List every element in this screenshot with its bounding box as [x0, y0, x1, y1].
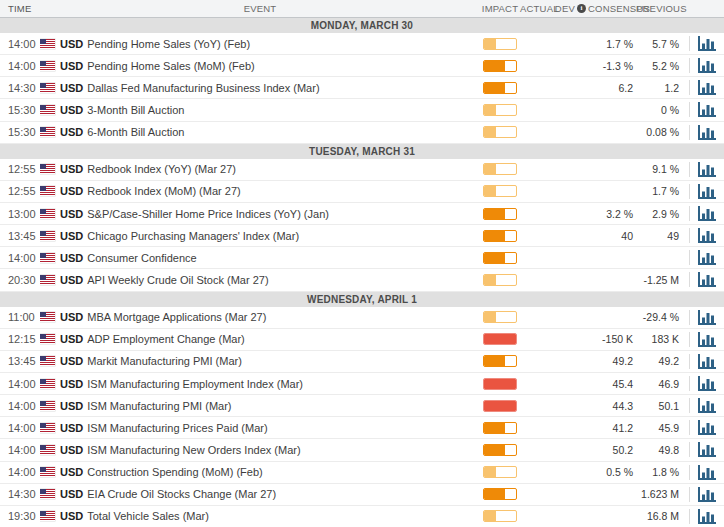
table-row[interactable]: 15:30 USD 3-Month Bill Auction 0 % [0, 99, 724, 121]
event-cell: USD Redbook Index (YoY) (Mar 27) [40, 163, 480, 175]
impact-fill [484, 423, 505, 433]
bar-chart-icon[interactable] [698, 310, 717, 325]
column-header-time: TIME [0, 3, 40, 14]
chart-cell[interactable] [689, 272, 724, 287]
impact-indicator [483, 311, 517, 323]
table-row[interactable]: 12:15 USD ADP Employment Change (Mar) -1… [0, 329, 724, 351]
bar-chart-icon[interactable] [698, 354, 717, 369]
table-row[interactable]: 19:30 USD Total Vehicle Sales (Mar) 16.8… [0, 506, 724, 527]
impact-fill [484, 209, 505, 219]
info-icon[interactable]: i [577, 4, 586, 13]
chart-cell[interactable] [689, 442, 724, 457]
impact-fill [484, 334, 516, 344]
table-row[interactable]: 14:00 USD Pending Home Sales (YoY) (Feb)… [0, 33, 724, 55]
chart-cell[interactable] [689, 250, 724, 265]
chart-cell[interactable] [689, 398, 724, 413]
event-time: 14:00 [0, 60, 40, 72]
bar-chart-icon[interactable] [698, 465, 717, 480]
chart-cell[interactable] [689, 465, 724, 480]
bar-chart-icon[interactable] [698, 58, 717, 73]
bar-chart-icon[interactable] [698, 102, 717, 117]
bar-chart-icon[interactable] [698, 509, 717, 524]
table-row[interactable]: 14:00 USD ISM Manufacturing Prices Paid … [0, 417, 724, 439]
bar-chart-icon[interactable] [698, 442, 717, 457]
currency-label: USD [60, 104, 83, 116]
chart-cell[interactable] [689, 184, 724, 199]
table-row[interactable]: 12:55 USD Redbook Index (YoY) (Mar 27) 9… [0, 159, 724, 181]
chart-cell[interactable] [689, 206, 724, 221]
impact-fill [484, 39, 496, 49]
event-name: Redbook Index (MoM) (Mar 27) [87, 185, 240, 197]
event-time: 11:00 [0, 311, 40, 323]
chart-cell[interactable] [689, 80, 724, 95]
event-cell: USD Pending Home Sales (MoM) (Feb) [40, 60, 480, 72]
column-header-actual: ACTUAL [520, 3, 550, 14]
bar-chart-icon[interactable] [698, 184, 717, 199]
bar-chart-icon[interactable] [698, 332, 717, 347]
table-row[interactable]: 12:55 USD Redbook Index (MoM) (Mar 27) 1… [0, 181, 724, 203]
impact-cell [480, 378, 520, 390]
chart-cell[interactable] [689, 162, 724, 177]
table-row[interactable]: 14:00 USD ISM Manufacturing New Orders I… [0, 439, 724, 461]
bar-chart-icon[interactable] [698, 398, 717, 413]
bar-chart-icon[interactable] [698, 272, 717, 287]
chart-cell[interactable] [689, 420, 724, 435]
bar-chart-icon[interactable] [698, 36, 717, 51]
chart-cell[interactable] [689, 58, 724, 73]
event-cell: USD ADP Employment Change (Mar) [40, 333, 480, 345]
event-time: 20:30 [0, 274, 40, 286]
impact-cell [480, 163, 520, 175]
table-row[interactable]: 14:00 USD Consumer Confidence [0, 247, 724, 269]
table-row[interactable]: 14:00 USD ISM Manufacturing PMI (Mar) 44… [0, 395, 724, 417]
chart-cell[interactable] [689, 332, 724, 347]
chart-cell[interactable] [689, 125, 724, 140]
consensus-value: 1.7 % [588, 38, 636, 50]
bar-chart-icon[interactable] [698, 80, 717, 95]
table-row[interactable]: 13:00 USD S&P/Case-Shiller Home Price In… [0, 203, 724, 225]
economic-calendar: TIME EVENT IMPACT ACTUAL DEV i CONSENSUS… [0, 0, 724, 527]
chart-cell[interactable] [689, 310, 724, 325]
event-cell: USD 6-Month Bill Auction [40, 126, 480, 138]
bar-chart-icon[interactable] [698, 487, 717, 502]
event-cell: USD Chicago Purchasing Managers' Index (… [40, 230, 480, 242]
bar-chart-icon[interactable] [698, 250, 717, 265]
table-row[interactable]: 14:30 USD Dallas Fed Manufacturing Busin… [0, 77, 724, 99]
table-row[interactable]: 14:00 USD Pending Home Sales (MoM) (Feb)… [0, 55, 724, 77]
chart-cell[interactable] [689, 102, 724, 117]
event-time: 15:30 [0, 104, 40, 116]
table-row[interactable]: 14:30 USD EIA Crude Oil Stocks Change (M… [0, 484, 724, 506]
event-cell: USD MBA Mortgage Applications (Mar 27) [40, 311, 480, 323]
chart-cell[interactable] [689, 376, 724, 391]
event-time: 14:30 [0, 488, 40, 500]
bar-chart-icon[interactable] [698, 228, 717, 243]
chart-cell[interactable] [689, 228, 724, 243]
table-row[interactable]: 20:30 USD API Weekly Crude Oil Stock (Ma… [0, 269, 724, 291]
table-row[interactable]: 13:45 USD Markit Manufacturing PMI (Mar)… [0, 351, 724, 373]
chart-cell[interactable] [689, 509, 724, 524]
impact-indicator [483, 38, 517, 50]
event-name: Consumer Confidence [87, 252, 196, 264]
impact-cell [480, 104, 520, 116]
table-row[interactable]: 13:45 USD Chicago Purchasing Managers' I… [0, 225, 724, 247]
previous-value: 2.9 % [636, 208, 689, 220]
table-row[interactable]: 14:00 USD Construction Spending (MoM) (F… [0, 462, 724, 484]
chart-cell[interactable] [689, 487, 724, 502]
consensus-value: 6.2 [588, 82, 636, 94]
chart-cell[interactable] [689, 354, 724, 369]
table-row[interactable]: 11:00 USD MBA Mortgage Applications (Mar… [0, 307, 724, 329]
us-flag-icon [40, 489, 55, 499]
bar-chart-icon[interactable] [698, 162, 717, 177]
table-row[interactable]: 15:30 USD 6-Month Bill Auction 0.08 % [0, 122, 724, 144]
event-time: 13:45 [0, 355, 40, 367]
event-name: ISM Manufacturing Prices Paid (Mar) [87, 422, 267, 434]
table-row[interactable]: 14:00 USD ISM Manufacturing Employment I… [0, 373, 724, 395]
consensus-value: -150 K [588, 333, 636, 345]
bar-chart-icon[interactable] [698, 420, 717, 435]
impact-indicator [483, 422, 517, 434]
us-flag-icon [40, 379, 55, 389]
chart-cell[interactable] [689, 36, 724, 51]
bar-chart-icon[interactable] [698, 206, 717, 221]
bar-chart-icon[interactable] [698, 376, 717, 391]
day-band-label: TUESDAY, MARCH 31 [309, 146, 415, 157]
bar-chart-icon[interactable] [698, 125, 717, 140]
